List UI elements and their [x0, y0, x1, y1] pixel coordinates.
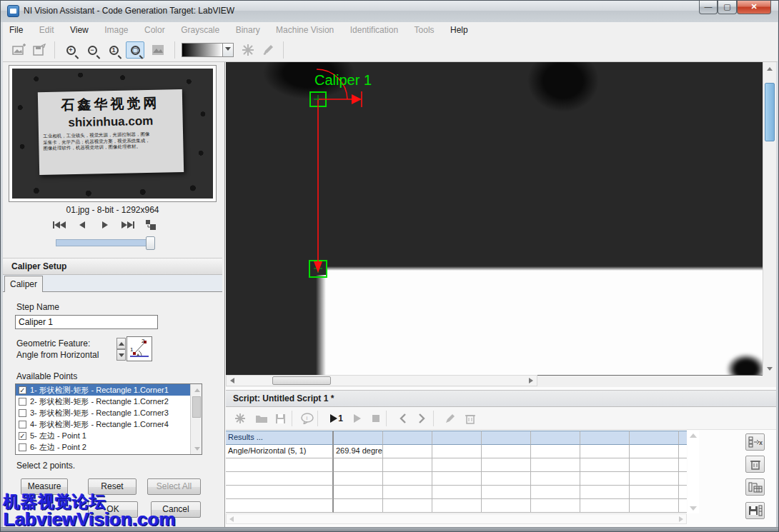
delete-step-icon — [462, 410, 479, 427]
thumbnail-view-button[interactable] — [142, 218, 160, 232]
table-row[interactable]: Angle/Horizontal (5, 1) 269.94 degrees — [226, 445, 687, 458]
list-item[interactable]: ✓5- 左边 - Point 1 — [16, 430, 202, 441]
save-results-button[interactable] — [745, 502, 765, 519]
next-image-button[interactable] — [96, 218, 114, 232]
checkbox-unchecked[interactable] — [19, 398, 26, 406]
open-script-icon — [253, 410, 270, 427]
select-all-button: Select All — [147, 478, 201, 495]
list-scrollbar[interactable] — [190, 384, 202, 454]
menu-view[interactable]: View — [64, 22, 95, 35]
scroll-left-icon[interactable] — [227, 375, 238, 386]
list-item[interactable]: 3- 形状检测-矩形 - Rectangle 1.Corner3 — [16, 407, 202, 418]
list-item[interactable]: 4- 形状检测-矩形 - Rectangle 1.Corner4 — [16, 418, 202, 430]
results-table[interactable]: Results ... Angle/Horizontal (5, 1) 269.… — [226, 431, 687, 513]
minimize-button[interactable]: — — [699, 1, 718, 14]
zoom-1to1-icon[interactable]: 1 — [104, 41, 123, 59]
list-item[interactable]: ✓1- 形状检测-矩形 - Rectangle 1.Corner1 — [16, 384, 202, 396]
viewer-hscroll-thumb[interactable] — [272, 376, 331, 385]
title-bar[interactable]: NI Vision Assistant - Code Generation Ta… — [1, 1, 778, 22]
available-points-list[interactable]: ✓1- 形状检测-矩形 - Rectangle 1.Corner1 2- 形状检… — [15, 383, 202, 455]
caliper-arrowhead-down — [314, 261, 322, 273]
feature-preview-icon: 2 1 — [126, 336, 152, 361]
close-button[interactable]: ✕ — [737, 1, 771, 14]
list-item[interactable]: 6- 左边 - Point 2 — [16, 441, 202, 453]
menu-image: Image — [98, 22, 134, 35]
results-header-cell: Results ... — [226, 431, 334, 445]
scroll-up-icon[interactable] — [764, 63, 775, 74]
window-title: NI Vision Assistant - Code Generation Ta… — [24, 6, 234, 16]
feature-spinner-down[interactable] — [116, 349, 126, 361]
zoom-out-icon[interactable]: − — [83, 41, 101, 59]
menu-machine-vision: Machine Vision — [269, 22, 340, 35]
svg-text:i: i — [307, 415, 308, 421]
script-toolbar: i 1 — [226, 407, 776, 430]
scroll-down-icon[interactable] — [192, 443, 203, 454]
zoom-to-fit-icon[interactable]: ⬚ — [126, 41, 144, 59]
menu-help[interactable]: Help — [444, 22, 475, 35]
image-viewer[interactable]: Caliper 1 — [226, 62, 763, 375]
card-domain: shixinhua.com — [42, 114, 179, 131]
convert-steps-button[interactable]: x — [745, 433, 765, 451]
results-horizontal-scrollbar[interactable] — [226, 513, 687, 524]
scroll-up-icon[interactable] — [690, 433, 697, 438]
geometric-feature-value: Angle from Horizontal — [16, 350, 99, 360]
list-item[interactable]: 2- 形状检测-矩形 - Rectangle 1.Corner2 — [16, 396, 202, 407]
tab-caliper[interactable]: Caliper — [4, 276, 43, 292]
last-image-button[interactable] — [119, 218, 137, 232]
checkbox-checked[interactable]: ✓ — [19, 432, 26, 440]
viewer-vertical-scrollbar[interactable] — [763, 62, 776, 375]
send-to-table-button[interactable] — [745, 478, 765, 496]
zoom-in-icon[interactable]: + — [61, 41, 80, 59]
previous-image-button[interactable] — [73, 218, 91, 232]
left-panel: 石鑫华视觉网 shixinhua.com 工业相机，工业镜头，视觉光源，光源控制… — [3, 62, 225, 527]
scroll-up-icon[interactable] — [192, 384, 203, 396]
scroll-down-icon[interactable] — [764, 363, 775, 374]
image-position-slider-track[interactable] — [56, 239, 150, 246]
scroll-down-icon[interactable] — [690, 506, 697, 511]
image-position-slider-thumb[interactable] — [146, 236, 155, 250]
scroll-left-icon[interactable] — [229, 516, 234, 522]
selection-hint: Select 2 points. — [16, 461, 75, 471]
result-value-cell: 269.94 degrees — [334, 445, 383, 458]
menu-color: Color — [138, 22, 172, 35]
setup-panel-title: Caliper Setup — [3, 258, 222, 275]
maximize-button[interactable]: ▢ — [718, 1, 737, 14]
svg-text:x: x — [759, 439, 763, 446]
svg-text:1: 1 — [130, 346, 134, 353]
checkbox-unchecked[interactable] — [19, 421, 26, 428]
viewer-horizontal-scrollbar[interactable] — [226, 375, 537, 386]
run-once-button[interactable]: 1 — [326, 410, 347, 427]
results-vertical-scrollbar[interactable] — [688, 431, 699, 513]
script-panel: Script: Untitled Script 1 * i 1 — [226, 387, 776, 527]
feature-spinner-up[interactable] — [116, 338, 126, 349]
image-thumbnail-box[interactable]: 石鑫华视觉网 shixinhua.com 工业相机，工业镜头，视觉光源，光源控制… — [9, 65, 217, 202]
table-row[interactable] — [226, 486, 687, 499]
table-row[interactable] — [226, 472, 687, 486]
step-name-label: Step Name — [16, 302, 59, 312]
card-calligraphy: 石鑫华视觉网 — [41, 94, 178, 115]
toolbar: + − 1 ⬚ Acquire Images Browse Images Pro… — [3, 38, 778, 62]
menu-bar: File Edit View Image Color Grayscale Bin… — [3, 22, 778, 38]
step-back-icon[interactable] — [395, 410, 412, 427]
new-image-icon — [10, 41, 29, 59]
table-row[interactable] — [226, 458, 687, 472]
list-scrollbar-thumb[interactable] — [192, 396, 201, 418]
script-header: Script: Untitled Script 1 * — [226, 390, 776, 407]
menu-binary: Binary — [229, 22, 267, 35]
palette-dropdown-button[interactable] — [223, 43, 234, 57]
step-name-input[interactable] — [15, 315, 158, 329]
checkbox-unchecked[interactable] — [19, 409, 26, 417]
delete-result-button[interactable] — [745, 456, 765, 473]
scroll-right-icon[interactable] — [525, 375, 537, 386]
checkbox-unchecked[interactable] — [19, 443, 26, 451]
menu-file[interactable]: File — [3, 22, 29, 35]
step-forward-icon[interactable] — [413, 410, 430, 427]
watermark-line2: LabviewVision.com — [4, 508, 176, 531]
viewer-vscroll-thumb[interactable] — [765, 83, 775, 141]
checkbox-checked[interactable]: ✓ — [19, 386, 26, 394]
menu-grayscale: Grayscale — [174, 22, 226, 35]
table-row[interactable] — [226, 499, 687, 513]
caliper-step-label: Caliper 1 — [314, 72, 372, 89]
first-image-button[interactable] — [50, 218, 69, 232]
scroll-right-icon[interactable] — [679, 516, 683, 522]
